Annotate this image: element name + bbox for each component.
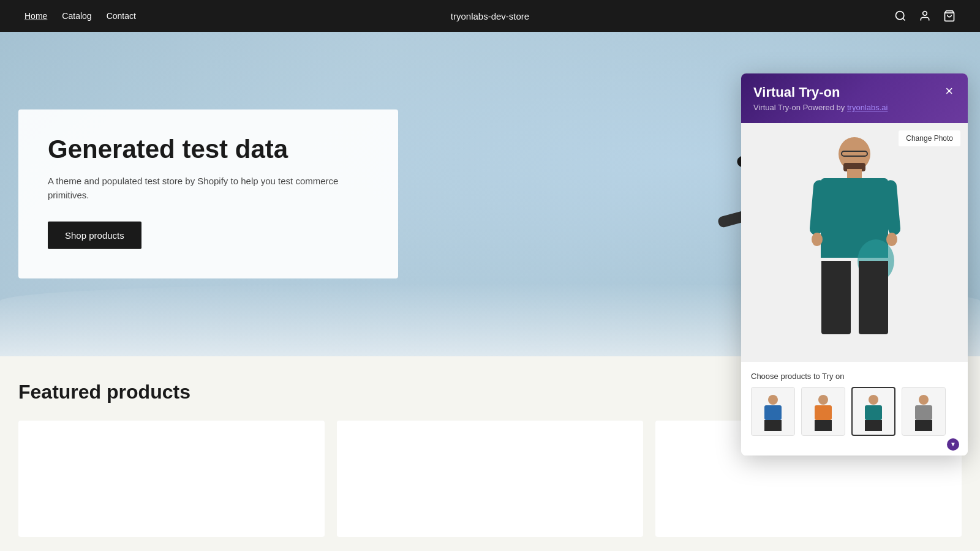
hero-card: Generated test data A theme and populate… [18,110,398,279]
account-icon [919,10,931,22]
nav-link-contact[interactable]: Contact [107,11,136,21]
thumbnails-row [751,387,958,436]
tryon-close-button[interactable]: × [940,82,958,100]
model-hand-left [812,233,823,246]
thumbnail-gray-shirt[interactable] [902,387,946,436]
nav-links: Home Catalog Contact [24,11,136,21]
product-card-2[interactable] [337,421,643,537]
search-button[interactable] [894,10,907,22]
tryon-title: Virtual Try-on [753,84,956,100]
board-container-1 [162,421,181,537]
model-leg-right [859,261,888,334]
shop-products-button[interactable]: Shop products [48,222,141,249]
tryon-panel: Virtual Try-on Virtual Try-on Powered by… [741,73,968,455]
tryon-body: Change Photo Choose products to Try on [741,123,968,455]
hero-content: Generated test data A theme and populate… [18,110,398,279]
tryon-header: Virtual Try-on Virtual Try-on Powered by… [741,73,968,123]
nav-link-home[interactable]: Home [24,11,47,21]
thumbnail-teal-shirt[interactable] [851,387,895,436]
scroll-indicator[interactable]: ▼ [947,438,959,451]
tryon-model-area: Change Photo [741,123,968,362]
scroll-arrow-icon: ▼ [950,441,956,448]
navbar: Home Catalog Contact tryonlabs-dev-store [0,0,980,32]
model-glasses [841,151,868,157]
tryon-subtitle-link[interactable]: tryonlabs.ai [847,103,888,112]
svg-point-2 [923,12,927,16]
tryon-subtitle: Virtual Try-on Powered by tryonlabs.ai [753,103,956,112]
model-figure [799,132,910,353]
svg-line-1 [903,18,905,21]
thumbnail-orange-shirt[interactable] [801,387,845,436]
tryon-thumbnails-section: Choose products to Try on [741,362,968,443]
cart-button[interactable] [943,10,956,22]
hero-subtitle: A theme and populated test store by Shop… [48,174,369,202]
thumbnail-blue-shirt[interactable] [751,387,795,436]
product-card-1[interactable] [18,421,325,537]
svg-point-0 [896,12,904,20]
model-tshirt [821,178,888,258]
nav-link-catalog[interactable]: Catalog [62,11,91,21]
choose-label: Choose products to Try on [751,372,958,381]
nav-icons [894,10,956,22]
store-name: tryonlabs-dev-store [451,11,529,21]
model-leg-left [821,261,851,334]
hero-title: Generated test data [48,134,369,165]
model-hand-right [886,233,897,246]
account-button[interactable] [919,10,931,22]
search-icon [894,10,907,22]
cart-icon [943,10,956,22]
board-container-2 [481,421,499,537]
